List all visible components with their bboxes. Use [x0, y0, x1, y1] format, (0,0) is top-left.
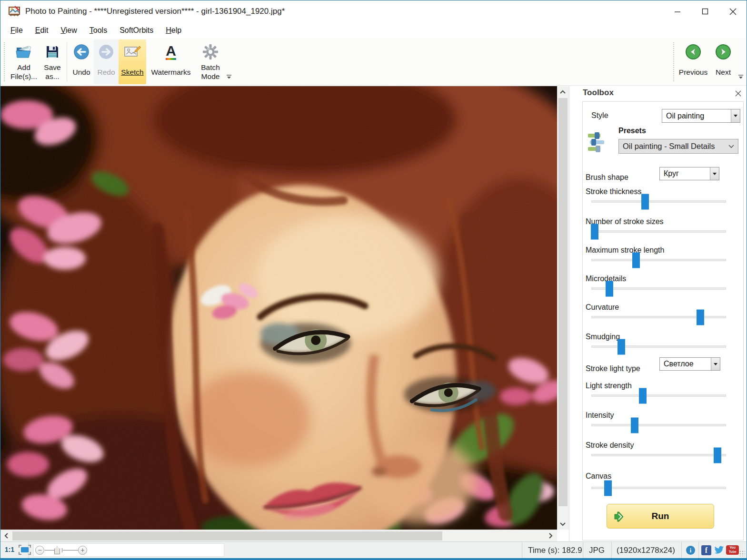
stroke-thickness-label: Stroke thickness — [586, 187, 641, 196]
maximize-button[interactable] — [691, 0, 719, 22]
sketch-button[interactable]: Sketch — [119, 39, 146, 84]
app-window: Photo to Painting - ****Unregistered ver… — [0, 0, 747, 560]
toolbox-panel: Toolbox Style Oil painting Presets Oil p… — [569, 86, 747, 541]
dropdown-arrow-icon — [711, 358, 720, 370]
zoom-slider-thumb[interactable] — [54, 546, 60, 554]
canvas-label: Canvas — [586, 472, 611, 481]
image-dimensions: (1920x1278x24) — [617, 542, 675, 559]
processing-time: Time (s): 182.9 — [528, 542, 582, 559]
maximum-stroke-length-slider[interactable] — [591, 259, 726, 261]
close-icon — [735, 90, 741, 97]
smudging-slider[interactable] — [591, 345, 726, 348]
zoom-in-button[interactable]: + — [78, 546, 87, 555]
style-dropdown[interactable]: Oil painting — [662, 109, 740, 123]
menu-edit[interactable]: Edit — [29, 24, 55, 37]
previous-button[interactable]: Previous — [677, 39, 709, 84]
presets-dropdown[interactable]: Oil painting - Small Details — [618, 139, 738, 154]
slider-thumb[interactable] — [641, 194, 649, 209]
light-strength-label: Light strength — [586, 382, 632, 390]
previous-icon — [685, 44, 701, 60]
presets-sliders-icon — [587, 131, 606, 153]
menu-tools[interactable]: Tools — [83, 24, 113, 37]
undo-icon — [73, 44, 90, 60]
toolbox-header: Toolbox — [569, 86, 747, 101]
stroke-light-type-dropdown[interactable]: Светлое — [659, 357, 720, 371]
menu-help[interactable]: Help — [159, 24, 188, 37]
divider — [611, 542, 612, 558]
menu-softorbits[interactable]: SoftOrbits — [113, 24, 159, 37]
curvature-slider[interactable] — [591, 316, 726, 318]
vertical-scroll-thumb[interactable] — [558, 98, 568, 506]
minimize-button[interactable] — [664, 0, 691, 22]
toolbox-close-button[interactable] — [734, 89, 742, 98]
slider-thumb[interactable] — [618, 339, 625, 354]
info-button[interactable]: i — [686, 546, 695, 555]
canvas-slider[interactable] — [591, 487, 726, 489]
save-as-button[interactable]: Save as... — [40, 39, 65, 84]
undo-button[interactable]: Undo — [69, 39, 94, 84]
zoom-out-button[interactable]: − — [35, 546, 44, 555]
horizontal-scroll-thumb[interactable] — [12, 531, 442, 540]
slider-thumb[interactable] — [714, 447, 721, 463]
next-button[interactable]: Next — [709, 39, 737, 84]
slider-thumb[interactable] — [606, 281, 613, 296]
menu-file[interactable]: File — [4, 24, 29, 37]
app-icon — [8, 5, 20, 18]
toolbar-drag-grip[interactable] — [4, 42, 6, 81]
window-resize-grip[interactable] — [739, 550, 745, 556]
toolbar-drag-grip-right[interactable] — [673, 42, 676, 81]
actual-size-button[interactable]: 1:1 — [5, 546, 14, 553]
slider-thumb[interactable] — [697, 309, 704, 325]
toolbar-overflow-chevron[interactable] — [226, 73, 232, 81]
close-icon — [729, 8, 737, 15]
vertical-scrollbar[interactable] — [557, 86, 569, 530]
image-canvas[interactable] — [0, 86, 557, 530]
toolbar-separator — [67, 42, 67, 81]
run-button[interactable]: Run — [607, 504, 714, 529]
watermarks-button[interactable]: A Watermarks — [146, 39, 196, 84]
scroll-left-arrow[interactable] — [1, 531, 11, 540]
sketch-icon — [124, 45, 141, 59]
light-strength-slider[interactable] — [591, 394, 726, 397]
scroll-right-arrow[interactable] — [546, 531, 555, 540]
scroll-down-arrow[interactable] — [558, 519, 568, 529]
scroll-up-arrow[interactable] — [558, 87, 568, 97]
slider-thumb[interactable] — [631, 417, 638, 433]
number-of-stroke-sizes-slider[interactable] — [591, 230, 726, 233]
close-button[interactable] — [719, 0, 747, 22]
zoom-slider-track[interactable] — [45, 550, 54, 550]
intensity-slider[interactable] — [591, 424, 726, 426]
toolbox-body: Style Oil painting Presets Oil painting … — [582, 101, 744, 540]
horizontal-scrollbar[interactable] — [0, 530, 557, 541]
slider-thumb[interactable] — [604, 480, 612, 496]
divider — [29, 542, 29, 558]
stroke-density-slider[interactable] — [591, 454, 726, 456]
stroke-thickness-slider[interactable] — [591, 200, 726, 203]
slider-thumb[interactable] — [632, 252, 640, 268]
next-icon — [715, 44, 731, 60]
toolbar-spacer — [235, 39, 672, 84]
zoom-slider-track[interactable] — [63, 550, 78, 550]
floppy-disk-icon — [45, 45, 60, 59]
batch-mode-button[interactable]: Batch Mode — [196, 39, 225, 84]
add-files-button[interactable]: Add File(s)... — [8, 39, 40, 84]
twitter-icon[interactable] — [714, 546, 724, 554]
minimize-icon — [674, 8, 681, 15]
menu-bar: File Edit View Tools SoftOrbits Help — [0, 22, 747, 39]
fit-to-screen-button[interactable] — [19, 545, 31, 555]
redo-button[interactable]: Redo — [94, 39, 119, 84]
open-folder-icon — [15, 45, 32, 59]
slider-thumb[interactable] — [591, 224, 598, 239]
divider — [681, 542, 682, 558]
divider — [522, 542, 522, 558]
facebook-icon[interactable]: f — [701, 545, 711, 555]
brush-shape-dropdown[interactable]: Круг — [659, 167, 719, 180]
run-arrow-icon — [614, 511, 628, 522]
gear-icon — [202, 43, 219, 60]
microdetails-slider[interactable] — [591, 287, 726, 290]
maximum-stroke-length-label: Maximum stroke length — [586, 246, 664, 255]
youtube-icon[interactable]: You Tube — [726, 545, 739, 555]
menu-view[interactable]: View — [54, 24, 83, 37]
slider-thumb[interactable] — [639, 388, 647, 403]
toolbar-overflow-chevron-right[interactable] — [738, 73, 744, 81]
